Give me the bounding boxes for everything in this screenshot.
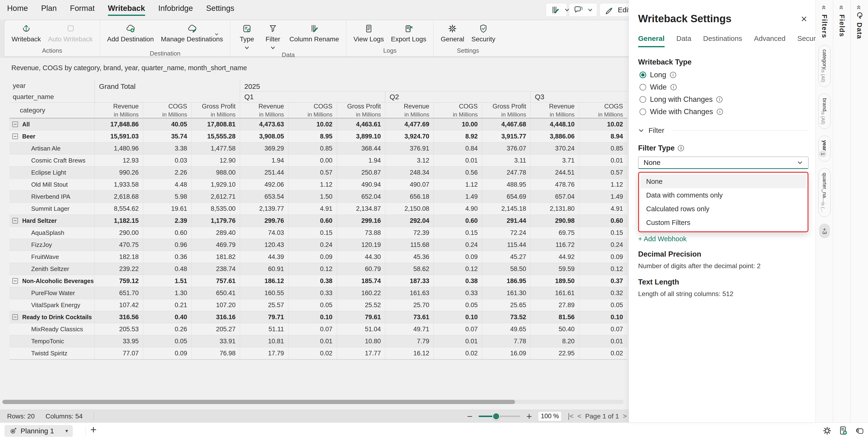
- cell[interactable]: 250.87: [337, 166, 385, 178]
- cell[interactable]: 299.16: [337, 215, 385, 227]
- cell[interactable]: 0.48: [143, 263, 191, 275]
- cell[interactable]: 656.18: [385, 191, 434, 202]
- cell[interactable]: 120.19: [337, 239, 385, 251]
- cell[interactable]: 60.79: [337, 263, 385, 275]
- cell[interactable]: 186.95: [482, 275, 530, 287]
- cell[interactable]: 182.18: [94, 251, 143, 263]
- cell[interactable]: 116.72: [530, 239, 579, 251]
- cell[interactable]: 49.71: [385, 323, 434, 335]
- cell[interactable]: 316.16: [191, 311, 240, 323]
- cell[interactable]: 3,899.10: [337, 130, 385, 142]
- collapse-chevrons-icon[interactable]: «: [837, 5, 846, 10]
- cell[interactable]: 16.09: [482, 347, 530, 359]
- cell[interactable]: 0.12: [288, 263, 337, 275]
- cell[interactable]: 51.11: [240, 323, 288, 335]
- menu-item[interactable]: Format: [70, 4, 95, 16]
- refresh-icon[interactable]: ⟳: [855, 12, 864, 19]
- cell[interactable]: 10.02: [579, 118, 627, 130]
- cell[interactable]: 0.01: [288, 335, 337, 347]
- column-rename-quick-button[interactable]: [546, 3, 567, 17]
- fields-strip-label[interactable]: Fields: [838, 14, 846, 37]
- cell[interactable]: 1,179.76: [191, 215, 240, 227]
- cell[interactable]: 0.84: [434, 143, 482, 154]
- filter-pill[interactable]: brandis (All): [818, 94, 831, 129]
- zoom-slider[interactable]: [479, 416, 520, 417]
- cell[interactable]: 369.29: [240, 143, 288, 154]
- cell[interactable]: 0.10: [288, 311, 337, 323]
- cell[interactable]: 25.57: [240, 299, 288, 311]
- radio-option[interactable]: Wide i: [640, 81, 808, 93]
- cell[interactable]: 115.44: [482, 239, 530, 251]
- cell[interactable]: 757.61: [191, 275, 240, 287]
- cell[interactable]: 161.63: [385, 287, 434, 299]
- cell[interactable]: 189.50: [530, 275, 579, 287]
- cell[interactable]: 0.24: [434, 239, 482, 251]
- cell[interactable]: 316.56: [94, 311, 143, 323]
- cell[interactable]: 8.94: [579, 130, 627, 142]
- cell[interactable]: 73.61: [385, 311, 434, 323]
- filter-button[interactable]: Filter: [264, 23, 282, 51]
- cell[interactable]: 376.91: [385, 143, 434, 154]
- cell[interactable]: 0.01: [579, 155, 627, 166]
- cell[interactable]: 0.56: [434, 166, 482, 178]
- cell[interactable]: 488.95: [482, 179, 530, 190]
- export-logs-button[interactable]: Export Logs: [391, 23, 426, 43]
- cell[interactable]: 2,150.08: [385, 203, 434, 215]
- cell[interactable]: 239.22: [94, 263, 143, 275]
- panel-tab[interactable]: Data: [676, 34, 691, 47]
- cell[interactable]: 3,908.05: [240, 130, 288, 142]
- cell[interactable]: 181.82: [191, 251, 240, 263]
- cell[interactable]: 0.02: [434, 347, 482, 359]
- cell[interactable]: 76.98: [191, 347, 240, 359]
- close-icon[interactable]: ×: [801, 14, 807, 24]
- cell[interactable]: 657.04: [530, 191, 579, 202]
- cell[interactable]: 25.70: [385, 299, 434, 311]
- cell[interactable]: 0.21: [143, 299, 191, 311]
- cell[interactable]: 4,463.61: [337, 118, 385, 130]
- manage-destinations-button[interactable]: Manage Destinations: [161, 23, 223, 50]
- horizontal-scrollbar[interactable]: [2, 400, 624, 404]
- copy-pages-icon[interactable]: [854, 425, 865, 436]
- cell[interactable]: 205.27: [191, 323, 240, 335]
- cell[interactable]: 0.60: [434, 215, 482, 227]
- cell[interactable]: 490.94: [337, 179, 385, 190]
- cell[interactable]: 653.54: [240, 191, 288, 202]
- cell[interactable]: 44.92: [530, 251, 579, 263]
- cell[interactable]: 205.53: [94, 323, 143, 335]
- filter-type-select[interactable]: None: [638, 157, 808, 169]
- cell[interactable]: 33.91: [191, 335, 240, 347]
- security-settings-button[interactable]: Security: [471, 23, 495, 43]
- cell[interactable]: 0.85: [288, 143, 337, 154]
- cell[interactable]: 251.44: [240, 166, 288, 178]
- cell[interactable]: 186.12: [240, 275, 288, 287]
- cell[interactable]: 2,139.77: [240, 203, 288, 215]
- cell[interactable]: 650.41: [191, 287, 240, 299]
- cell[interactable]: 59.59: [530, 263, 579, 275]
- cell[interactable]: 72.24: [482, 227, 530, 239]
- cell[interactable]: 22.95: [530, 347, 579, 359]
- cell[interactable]: 69.75: [530, 227, 579, 239]
- cell[interactable]: 470.75: [94, 239, 143, 251]
- cell[interactable]: 651.70: [94, 287, 143, 299]
- cell[interactable]: 0.02: [288, 347, 337, 359]
- cell[interactable]: 0.96: [143, 239, 191, 251]
- filter-section-toggle[interactable]: Filter: [638, 126, 808, 134]
- cell[interactable]: 4,473.63: [240, 118, 288, 130]
- cell[interactable]: 0.09: [579, 251, 627, 263]
- cell[interactable]: 0.40: [143, 311, 191, 323]
- cell[interactable]: 0.38: [288, 275, 337, 287]
- more-filters-badge[interactable]: +3: [819, 223, 830, 238]
- cell[interactable]: 0.05: [143, 335, 191, 347]
- settings-gear-icon[interactable]: [822, 425, 833, 436]
- cell[interactable]: 0.24: [579, 239, 627, 251]
- cell[interactable]: 0.10: [434, 311, 482, 323]
- cell[interactable]: 8.95: [288, 130, 337, 142]
- cell[interactable]: 44.30: [337, 251, 385, 263]
- cell[interactable]: 370.24: [530, 143, 579, 154]
- cell[interactable]: 988.00: [191, 166, 240, 178]
- cell[interactable]: 0.03: [143, 155, 191, 166]
- scrollbar-thumb[interactable]: [2, 400, 515, 404]
- cell[interactable]: 25.52: [337, 299, 385, 311]
- cell[interactable]: 115.68: [385, 239, 434, 251]
- cell[interactable]: 49.65: [482, 323, 530, 335]
